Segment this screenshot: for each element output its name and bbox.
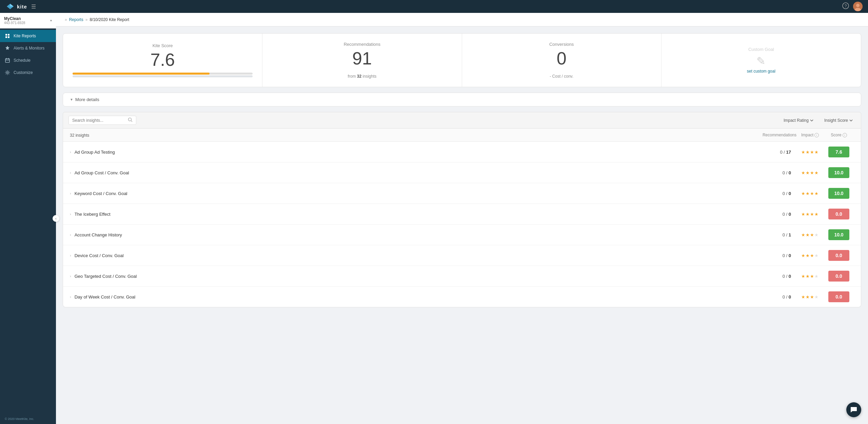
svg-line-15 (131, 121, 133, 122)
filter-bar: Impact Rating Insight Score (63, 112, 861, 129)
table-row[interactable]: › Day of Week Cost / Conv. Goal 0 / 0 ★★… (63, 287, 861, 307)
sidebar-item-kite-reports[interactable]: Kite Reports (0, 30, 56, 42)
account-selector[interactable]: MyClean 443-971-6928 ▾ (0, 13, 56, 28)
table-row[interactable]: › Ad Group Cost / Conv. Goal 0 / 0 ★★★★ … (63, 162, 861, 183)
table-row[interactable]: › Keyword Cost / Conv. Goal 0 / 0 ★★★★ 1… (63, 183, 861, 204)
recommendations-sub: from 32 insights (348, 74, 377, 79)
row-expand-icon: › (70, 212, 71, 216)
impact-info-icon[interactable]: i (814, 133, 819, 137)
row-impact: ★★★★ (796, 170, 824, 175)
row-expand-icon: › (70, 171, 71, 175)
row-name: Ad Group Ad Testing (75, 150, 752, 155)
row-score-cell: 10.0 (824, 188, 854, 199)
row-name: Account Change History (75, 232, 752, 237)
row-recommendations: 0 / 0 (752, 170, 796, 175)
row-recommendations: 0 / 0 (752, 274, 796, 279)
table-row[interactable]: › Device Cost / Conv. Goal 0 / 0 ★★★★ 0.… (63, 245, 861, 266)
score-info-icon[interactable]: i (843, 133, 847, 137)
kite-score-bar-fill (73, 73, 210, 75)
breadcrumb-reports-link[interactable]: Reports (69, 17, 83, 22)
score-badge: 10.0 (828, 188, 849, 199)
search-icon (128, 117, 133, 123)
svg-rect-9 (5, 59, 9, 62)
row-impact: ★★★★ (796, 191, 824, 196)
table-rows-container: › Ad Group Ad Testing 0 / 17 ★★★★ 7.6 › … (63, 142, 861, 307)
insight-score-filter[interactable]: Insight Score (822, 117, 855, 124)
sidebar-label-kite-reports: Kite Reports (14, 34, 36, 38)
row-expand-icon: › (70, 191, 71, 195)
row-score-cell: 0.0 (824, 291, 854, 302)
table-row[interactable]: › Geo Targeted Cost / Conv. Goal 0 / 0 ★… (63, 266, 861, 287)
score-badge: 0.0 (828, 271, 849, 282)
sidebar-label-customize: Customize (14, 70, 33, 75)
table-row[interactable]: › The Iceberg Effect 0 / 0 ★★★★ 0.0 (63, 204, 861, 225)
row-impact: ★★★★ (796, 150, 824, 155)
insight-score-label: Insight Score (824, 118, 848, 123)
row-name: Keyword Cost / Conv. Goal (75, 191, 752, 196)
set-custom-goal-link[interactable]: set custom goal (747, 69, 775, 74)
sidebar-collapse-button[interactable]: ‹ (53, 215, 59, 222)
account-name: MyClean (4, 16, 25, 21)
search-wrapper[interactable] (68, 116, 136, 125)
row-name: Day of Week Cost / Conv. Goal (75, 294, 752, 300)
svg-rect-6 (8, 34, 9, 36)
row-expand-icon: › (70, 253, 71, 257)
row-impact: ★★★★ (796, 232, 824, 237)
row-expand-icon: › (70, 150, 71, 154)
row-name: The Iceberg Effect (75, 212, 752, 217)
row-score-cell: 10.0 (824, 229, 854, 240)
recommendations-label: Recommendations (344, 42, 380, 47)
svg-rect-5 (5, 34, 7, 36)
svg-rect-8 (8, 36, 9, 38)
more-details-row[interactable]: ▼ More details (63, 93, 861, 107)
chat-widget[interactable] (846, 402, 861, 417)
sidebar-item-alerts-monitors[interactable]: Alerts & Monitors (0, 42, 56, 54)
search-input[interactable] (72, 118, 126, 123)
table-row[interactable]: › Account Change History 0 / 1 ★★★★ 10.0 (63, 225, 861, 245)
sidebar-item-schedule[interactable]: Schedule (0, 54, 56, 66)
score-badge: 7.6 (828, 147, 849, 157)
recommendations-card: Recommendations 91 from 32 insights (262, 34, 462, 87)
insights-count: 32 insights (70, 133, 89, 138)
logo-text: kite (17, 4, 27, 9)
score-badge: 0.0 (828, 209, 849, 219)
header-score: Score i (824, 133, 854, 137)
conversions-value: 0 (557, 50, 567, 67)
impact-rating-filter[interactable]: Impact Rating (781, 117, 816, 124)
kite-logo[interactable]: kite (5, 3, 27, 10)
account-phone: 443-971-6928 (4, 21, 25, 25)
kite-score-bar (73, 73, 253, 75)
top-nav-right: ? (842, 2, 863, 11)
header-recommendations: Recommendations (752, 133, 796, 137)
content-area: » Reports » 8/10/2020 Kite Report Kite S… (56, 13, 868, 424)
row-recommendations: 0 / 1 (752, 232, 796, 237)
conversions-sub: - Cost / conv. (550, 74, 573, 79)
table-row[interactable]: › Ad Group Ad Testing 0 / 17 ★★★★ 7.6 (63, 142, 861, 162)
row-name: Device Cost / Conv. Goal (75, 253, 752, 258)
sidebar-label-alerts-monitors: Alerts & Monitors (14, 46, 44, 51)
svg-point-3 (856, 4, 860, 7)
row-impact: ★★★★ (796, 294, 824, 300)
avatar[interactable] (853, 2, 863, 11)
row-score-cell: 0.0 (824, 250, 854, 261)
row-recommendations: 0 / 0 (752, 212, 796, 217)
impact-rating-label: Impact Rating (784, 118, 809, 123)
custom-goal-label: Custom Goal (748, 47, 774, 52)
row-recommendations: 0 / 0 (752, 191, 796, 196)
row-impact: ★★★★ (796, 274, 824, 279)
sidebar-item-customize[interactable]: Customize (0, 66, 56, 79)
sidebar: MyClean 443-971-6928 ▾ Kite Reports (0, 13, 56, 424)
conversions-label: Conversions (549, 42, 574, 47)
sidebar-footer: © 2020 MeetKite, Inc. (0, 414, 56, 424)
row-expand-icon: › (70, 274, 71, 278)
row-recommendations: 0 / 0 (752, 294, 796, 300)
kite-score-value: 7.6 (150, 51, 175, 69)
more-details-chevron-icon: ▼ (70, 98, 73, 101)
score-cards: Kite Score 7.6 Recommendations 91 from 3… (63, 33, 861, 87)
recommendations-value: 91 (352, 50, 372, 67)
main-content: Kite Score 7.6 Recommendations 91 from 3… (56, 26, 868, 424)
breadcrumb-sep-1: » (65, 17, 67, 22)
hamburger-menu[interactable]: ☰ (31, 3, 36, 10)
breadcrumb-bar: » Reports » 8/10/2020 Kite Report (56, 13, 868, 26)
help-icon[interactable]: ? (842, 2, 849, 11)
